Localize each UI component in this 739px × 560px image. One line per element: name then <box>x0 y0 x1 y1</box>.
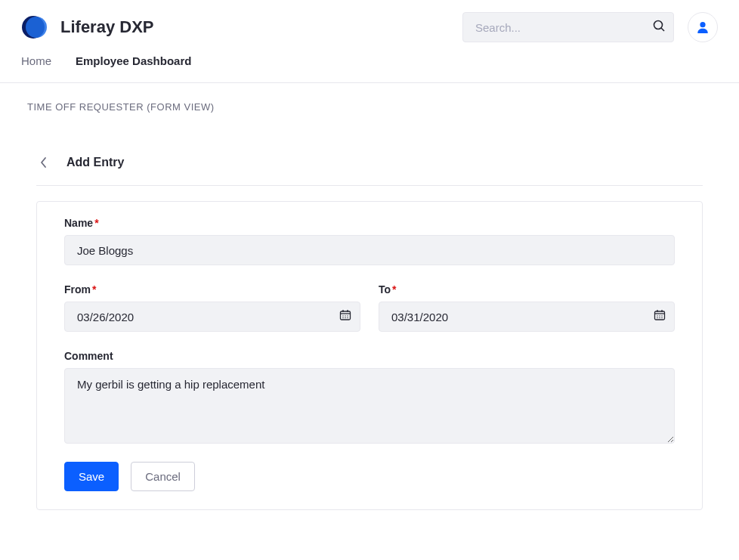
svg-point-9 <box>342 315 343 316</box>
logo <box>21 14 48 41</box>
form-card: Name* From* <box>36 201 703 510</box>
calendar-icon[interactable] <box>339 309 351 324</box>
user-avatar[interactable] <box>688 12 718 42</box>
comment-textarea[interactable] <box>64 368 675 444</box>
from-group: From* <box>64 283 360 332</box>
back-button[interactable] <box>36 153 51 172</box>
to-label: To* <box>379 283 675 295</box>
user-icon <box>696 20 710 34</box>
save-button[interactable]: Save <box>64 462 119 491</box>
svg-point-4 <box>700 22 705 27</box>
comment-label: Comment <box>64 350 675 362</box>
nav: Home Employee Dashboard <box>0 54 739 83</box>
svg-point-24 <box>661 317 662 318</box>
svg-point-1 <box>26 17 47 38</box>
form-header: Add Entry <box>36 131 703 186</box>
name-group: Name* <box>64 217 675 265</box>
svg-point-10 <box>345 315 345 316</box>
form-actions: Save Cancel <box>64 462 675 491</box>
header-right <box>462 12 718 42</box>
svg-point-13 <box>345 317 345 318</box>
search-box <box>462 12 674 42</box>
from-date-input[interactable] <box>64 302 360 332</box>
required-mark: * <box>92 283 96 295</box>
name-label: Name* <box>64 217 675 229</box>
svg-point-11 <box>347 315 348 316</box>
svg-line-3 <box>661 28 664 31</box>
svg-point-19 <box>657 315 657 316</box>
to-date-input[interactable] <box>379 302 675 332</box>
form-title: Add Entry <box>66 156 124 169</box>
name-input[interactable] <box>64 235 675 265</box>
required-mark: * <box>392 283 396 295</box>
from-label: From* <box>64 283 360 295</box>
to-group: To* <box>379 283 675 332</box>
page-title: TIME OFF REQUESTER (FORM VIEW) <box>0 83 739 131</box>
required-mark: * <box>94 217 98 229</box>
search-input[interactable] <box>462 12 674 42</box>
brand-title: Liferay DXP <box>60 17 154 37</box>
nav-employee-dashboard[interactable]: Employee Dashboard <box>76 54 191 67</box>
nav-home[interactable]: Home <box>21 54 51 67</box>
brand: Liferay DXP <box>21 14 154 41</box>
header: Liferay DXP <box>0 0 739 54</box>
search-icon[interactable] <box>653 20 665 35</box>
comment-group: Comment <box>64 350 675 444</box>
chevron-left-icon <box>39 156 48 169</box>
svg-point-14 <box>347 317 348 318</box>
calendar-icon[interactable] <box>654 309 666 324</box>
svg-point-23 <box>659 317 660 318</box>
svg-point-22 <box>657 317 657 318</box>
content: Add Entry Name* From* <box>0 131 739 510</box>
svg-point-20 <box>659 315 660 316</box>
cancel-button[interactable]: Cancel <box>131 462 195 491</box>
svg-point-12 <box>342 317 343 318</box>
svg-point-2 <box>654 21 663 29</box>
svg-point-21 <box>661 315 662 316</box>
